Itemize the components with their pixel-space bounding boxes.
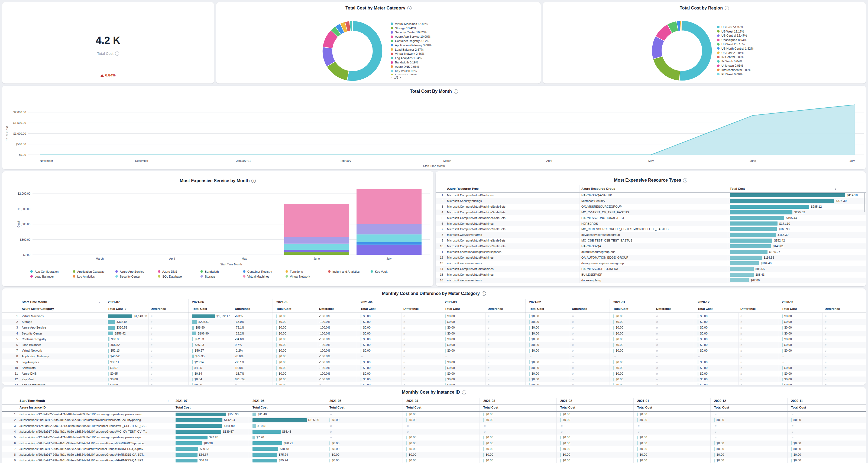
table-row[interactable]: 5/subscriptions/12d2db62-5aa9-471d-84bb-…	[2, 435, 866, 440]
total-cost-header[interactable]: Total Cost	[176, 406, 190, 409]
legend-item[interactable]: Unassigned 8.93%	[717, 38, 798, 42]
legend-item[interactable]: US East 2 0.94%	[717, 51, 798, 55]
legend-item[interactable]: Unknown 0.03%	[717, 63, 798, 68]
region-donut-slice[interactable]	[679, 21, 712, 81]
legend-item[interactable]: Storage 13.42%	[391, 26, 472, 30]
total-cost-header[interactable]: Total Cost	[192, 307, 207, 310]
table-row[interactable]: 2Storage$336.85ø$225.59-33.0%$0.00-100.0…	[2, 319, 866, 325]
table-row[interactable]: 15Microsoft.Compute/virtualMachinesBUILD…	[436, 272, 866, 278]
stack-segment[interactable]	[284, 244, 349, 250]
stack-segment[interactable]	[356, 224, 422, 234]
table-row[interactable]: 3Microsoft.Compute/virtualMachineScaleSe…	[436, 204, 866, 209]
page-down-icon[interactable]: ▼	[399, 76, 402, 79]
total-cost-header[interactable]: Total Cost	[361, 307, 375, 310]
month-header[interactable]: 2020-12	[714, 399, 726, 403]
stack-segment[interactable]	[356, 234, 422, 242]
table-row[interactable]: 9Microsoft.Compute/virtualMachineScaleSe…	[436, 238, 866, 243]
difference-header[interactable]: Difference	[235, 307, 250, 310]
chart-legend-item[interactable]: App Configuration	[30, 269, 59, 274]
legend-item[interactable]: Intercontinental 0.00%	[717, 68, 798, 72]
stack-segment[interactable]	[284, 237, 349, 243]
total-cost-header[interactable]: Total Cost	[560, 406, 575, 409]
chart-legend-item[interactable]: Key Vault	[371, 269, 388, 274]
table-row[interactable]: 7/subscriptions/20d6a917-99fa-4b1b-9b2e-…	[2, 446, 866, 452]
table-row[interactable]: 6/subscriptions/20d6a917-99fa-4b1b-9b2e-…	[2, 440, 866, 446]
table-row[interactable]: 14Microsoft.Compute/virtualMachinesHARNE…	[436, 266, 866, 272]
total-cost-header[interactable]: Total Cost	[445, 307, 460, 310]
month-header[interactable]: 2021-02	[529, 300, 541, 304]
total-cost-header[interactable]: Total Cost	[330, 406, 344, 409]
chart-legend-item[interactable]: Log Analytics	[73, 274, 95, 279]
page-up-icon[interactable]: ▲	[391, 76, 393, 79]
table-row[interactable]: 8microsoft.web/serverfarmsdevappservicer…	[436, 232, 866, 238]
legend-item[interactable]: Container Registry 3.17%	[391, 39, 472, 43]
chart-legend-item[interactable]: Bandwidth	[200, 269, 219, 274]
legend-item[interactable]: Virtual Machines 52.88%	[391, 22, 472, 26]
month-header[interactable]: 2021-01	[637, 399, 649, 403]
month-header[interactable]: 2020-12	[698, 300, 710, 304]
table-row[interactable]: 13microsoft.web/serverfarmsdevappservice…	[436, 261, 866, 266]
month-header[interactable]: 2021-05	[276, 300, 288, 304]
total-cost-header[interactable]: Total Cost	[637, 406, 652, 409]
table-row[interactable]: 6Load Balancer$55.82ø$56.230.7%$0.00-100…	[2, 342, 866, 348]
legend-item[interactable]: US East 51.37%	[717, 25, 798, 29]
legend-item[interactable]: US West 2 5.18%	[717, 42, 798, 46]
month-header[interactable]: 2021-06	[192, 300, 204, 304]
scrollbar-thumb[interactable]	[864, 193, 865, 212]
info-icon[interactable]: i	[115, 52, 119, 56]
chart-legend-item[interactable]: Insight and Analytics	[328, 269, 360, 274]
table-row[interactable]: 1/subscriptions/12d2db62-5aa9-471d-84bb-…	[2, 411, 866, 417]
month-header[interactable]: 2021-06	[252, 399, 265, 403]
difference-header[interactable]: Difference	[825, 307, 840, 310]
table-row[interactable]: 11microsoft.operationalinsights/workspac…	[436, 249, 866, 255]
month-header[interactable]: 2021-07	[176, 399, 187, 403]
table-row[interactable]: 16microsoft.web/serverfarmsdocexample-rg…	[436, 278, 866, 283]
prev-month-chevron[interactable]: ‹	[167, 399, 168, 403]
table-row[interactable]: 12Key Vault$0.08ø$0.64691.0%$0.00-100.0%…	[2, 377, 866, 382]
table-row[interactable]: 4Security Center$256.42ø$196.90-23.2%$0.…	[2, 331, 866, 337]
chart-legend-item[interactable]: Azure App Service	[116, 269, 145, 274]
legend-item[interactable]: Azure DNS 0.03%	[391, 64, 472, 69]
month-header[interactable]: 2021-04	[406, 399, 418, 403]
total-cost-header[interactable]: Total Cost	[529, 307, 544, 310]
month-header[interactable]: 2020-11	[782, 300, 794, 304]
stack-segment[interactable]	[284, 204, 349, 237]
difference-header[interactable]: Difference	[403, 307, 418, 310]
table-row[interactable]: 5Microsoft.Compute/virtualMachineScaleSe…	[436, 215, 866, 221]
difference-header[interactable]: Difference	[740, 307, 755, 310]
difference-header[interactable]: Difference	[656, 307, 671, 310]
legend-item[interactable]: Azure App Service 10.00%	[391, 34, 472, 39]
table-row[interactable]: 5Container Registry$80.36ø$52.53-34.6%$0…	[2, 337, 866, 342]
total-cost-header[interactable]: Total Cost	[698, 307, 713, 310]
chart-legend-item[interactable]: Container Registry	[243, 269, 272, 274]
month-header[interactable]: 2021-04	[361, 300, 372, 304]
info-icon[interactable]: i	[725, 6, 729, 10]
prev-month-chevron[interactable]: ‹	[99, 300, 100, 304]
legend-item[interactable]: IN South 0.04%	[717, 59, 798, 63]
table-row[interactable]: 7Microsoft.Compute/virtualMachineScaleSe…	[436, 226, 866, 232]
table-row[interactable]: 2/subscriptions/20d6a917-99fa-4b1b-9b2e-…	[2, 417, 866, 423]
table-row[interactable]: 8/subscriptions/20d6a917-99fa-4b1b-9b2e-…	[2, 452, 866, 458]
stack-segment[interactable]	[356, 245, 422, 255]
legend-item[interactable]: Log Analytics 1.34%	[391, 56, 472, 60]
chart-legend-item[interactable]: Storage	[200, 274, 215, 279]
total-cost-header[interactable]: Total Cost	[782, 307, 797, 310]
month-header[interactable]: 2021-07	[108, 300, 120, 304]
table-row[interactable]: 11Azure DNS$0.65ø$0.54-15.7%$0.00-100.0%…	[2, 371, 866, 377]
legend-item[interactable]: Virtual Network 2.46%	[391, 52, 472, 56]
total-cost-header[interactable]: Total Cost∨	[108, 307, 127, 310]
legend-item[interactable]: Key Vault 0.02%	[391, 69, 472, 73]
table-row[interactable]: 6Microsoft.Compute/virtualMachinesKERBER…	[436, 221, 866, 227]
stack-segment[interactable]	[356, 189, 422, 224]
column-header[interactable]: Total Cost∨	[730, 187, 745, 190]
month-header[interactable]: 2021-02	[560, 399, 572, 403]
table-row[interactable]: 9/subscriptions/20d6a917-99fa-4b1b-9b2e-…	[2, 458, 866, 463]
table-row[interactable]: 2Microsoft.Security/pricingsMicrosoft.Se…	[436, 198, 866, 204]
legend-item[interactable]: IN Central 0.06%	[717, 55, 798, 59]
chart-legend-item[interactable]: Virtual Machines	[243, 274, 269, 279]
table-row[interactable]: 3Azure App Service$330.51ø$88.80-73.1%$0…	[2, 325, 866, 330]
column-header[interactable]: Azure Resource Type	[447, 187, 479, 190]
month-header[interactable]: 2021-03	[483, 399, 495, 403]
column-header[interactable]: Azure Resource Group	[581, 187, 615, 190]
region-donut-slice[interactable]	[653, 56, 680, 81]
